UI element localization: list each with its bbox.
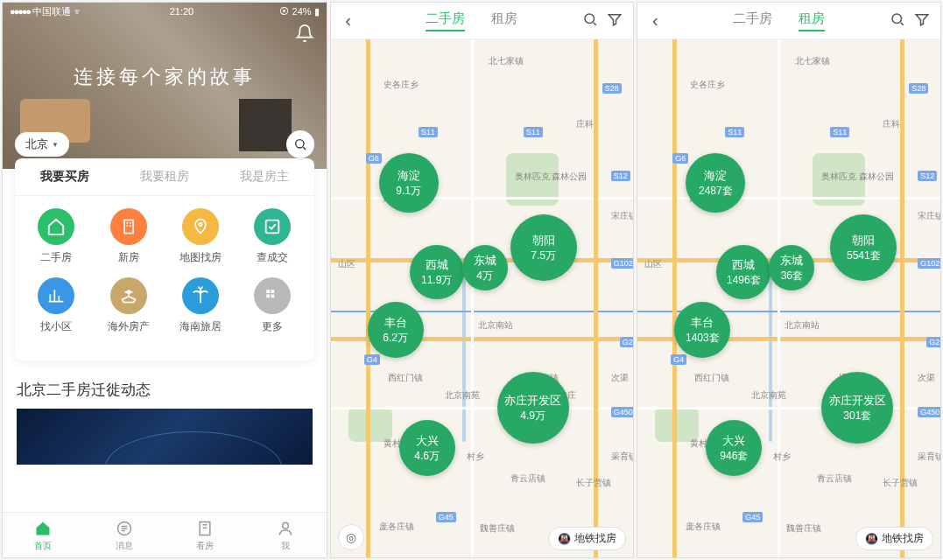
map-place-label: 北京南苑 [445,389,480,402]
road-badge: S28 [602,83,622,94]
map-place-label: 采育镇 [611,451,634,463]
tab-secondhand[interactable]: 二手房 [733,10,772,32]
tab-secondhand[interactable]: 二手房 [426,10,465,32]
map-place-label: 长子营镇 [883,477,918,489]
svg-rect-4 [267,290,271,293]
map-area[interactable]: 北七家镇史各庄乡庄科奥林匹克 森林公园顾山区宋庄镇北京南站西红门镇旧宫镇次渠北京… [331,39,634,557]
notifications-icon[interactable] [295,24,314,46]
tabbar-item-2[interactable]: 看房 [165,513,245,557]
main-card: 我要买房 我要租房 我是房主 二手房新房地图找房查成交找小区海外房产海南旅居更多 [15,158,314,360]
ship-icon [110,277,147,314]
svg-point-12 [892,14,902,24]
road-badge: G45 [436,512,456,522]
shortcut-3[interactable]: 查成交 [236,208,308,265]
road-badge: G2 [926,337,940,347]
map-place-label: 西红门镇 [388,372,423,384]
search-button[interactable] [286,130,314,158]
tabbar-item-1[interactable]: 消息 [83,513,164,557]
hero-tagline: 连接每个家的故事 [3,64,327,90]
road-badge: S11 [419,127,438,137]
filter-icon[interactable] [914,11,930,31]
back-button[interactable]: ‹ [643,10,667,31]
svg-rect-5 [271,290,275,293]
road-badge: G2 [620,337,634,347]
district-bubble[interactable]: 亦庄开发区4.9万 [497,372,569,444]
filter-icon[interactable] [607,11,623,31]
icon-grid: 二手房新房地图找房查成交找小区海外房产海南旅居更多 [15,196,314,352]
tab-buy[interactable]: 我要买房 [15,158,115,195]
tab-rental[interactable]: 租房 [491,10,517,32]
metro-search-button[interactable]: 🚇地铁找房 [548,527,626,550]
building-icon [110,208,147,245]
road-badge: S28 [909,83,928,94]
shortcut-1[interactable]: 新房 [92,208,164,265]
district-bubble[interactable]: 大兴4.6万 [399,420,455,476]
svg-rect-3 [266,220,279,234]
metro-search-button[interactable]: 🚇地铁找房 [855,527,933,550]
search-icon[interactable] [582,11,598,31]
road-badge: S11 [725,127,744,137]
map-place-label: 庞各庄镇 [686,521,721,533]
map-place-label: 奥林匹克 森林公园 [821,171,894,183]
map-place-label: 青云店镇 [510,472,545,485]
map-place-label: 北京南站 [785,319,820,332]
shortcut-6[interactable]: 海南旅居 [165,277,236,334]
road-badge: S12 [611,171,630,181]
back-button[interactable]: ‹ [336,10,361,31]
svg-rect-6 [267,295,271,298]
section-title: 北京二手房迁徙动态 [17,380,313,400]
district-bubble[interactable]: 大兴946套 [706,420,762,476]
shortcut-0[interactable]: 二手房 [20,208,92,265]
map-place-label: 北京南站 [478,319,513,332]
shortcut-5[interactable]: 海外房产 [92,277,164,334]
district-bubble[interactable]: 西城1496套 [716,245,771,299]
map-place-label: 次渠 [611,372,629,384]
district-bubble[interactable]: 东城4万 [462,245,508,290]
tabbar-item-3[interactable]: 我 [245,513,326,557]
map-place-label: 史各庄乡 [690,79,725,91]
road-badge: G6 [366,153,382,164]
city-selector[interactable]: 北京▼ [15,132,69,157]
home-icon [38,208,74,245]
map-area[interactable]: 北七家镇史各庄乡庄科奥林匹克 森林公园顾山区宋庄镇北京南站西红门镇旧宫镇次渠北京… [637,39,940,557]
map-place-label: 北七家镇 [489,55,524,67]
map-place-label: 山区 [338,258,355,270]
tab-rental[interactable]: 租房 [799,10,825,32]
status-bar: ●●●●● 中国联通 ᯤ 21:20 ⦿ 24% ▮ [3,3,327,20]
district-bubble[interactable]: 东城36套 [769,245,814,290]
shortcut-7[interactable]: 更多 [236,277,308,334]
district-bubble[interactable]: 朝阳7.5万 [510,214,577,281]
status-time: 21:20 [170,6,194,17]
locate-button[interactable]: ◎ [338,524,364,550]
search-icon[interactable] [890,11,905,31]
map-place-label: 西红门镇 [694,372,729,384]
shortcut-4[interactable]: 找小区 [20,277,92,334]
road-badge: S11 [524,127,543,137]
map-place-label: 采育镇 [918,451,940,463]
pin-icon [182,208,219,245]
district-bubble[interactable]: 丰台6.2万 [368,302,424,358]
road-badge: G102 [611,258,634,269]
map-place-label: 长子营镇 [576,477,611,489]
map-place-label: 村乡 [467,451,484,463]
district-bubble[interactable]: 西城11.9万 [410,245,464,299]
tabbar-item-0[interactable]: 首页 [3,513,83,557]
district-bubble[interactable]: 海淀9.1万 [379,153,439,213]
top-bar: ‹ 二手房 租房 [637,3,940,39]
tab-owner[interactable]: 我是房主 [215,158,314,195]
district-bubble[interactable]: 朝阳5541套 [830,214,897,281]
shortcut-2[interactable]: 地图找房 [165,208,236,265]
map-place-label: 宋庄镇 [611,210,634,222]
map-place-label: 庄科 [576,118,594,130]
map-place-label: 次渠 [918,372,935,384]
map-place-label: 魏善庄镇 [786,522,821,535]
bottom-tabbar: 首页消息看房我 [3,512,327,557]
svg-point-10 [283,522,289,528]
check-icon [254,208,291,245]
district-bubble[interactable]: 丰台1403套 [674,302,730,358]
migration-banner[interactable] [17,409,313,465]
tab-rent[interactable]: 我要租房 [115,158,215,195]
road-badge: S11 [830,127,849,137]
district-bubble[interactable]: 海淀2487套 [686,153,745,213]
district-bubble[interactable]: 亦庄开发区301套 [821,372,893,444]
